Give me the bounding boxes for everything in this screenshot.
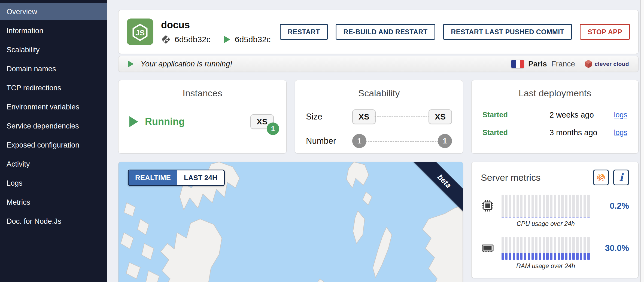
usage-bar	[520, 195, 523, 217]
tab-realtime[interactable]: REALTIME	[129, 170, 177, 185]
usage-bar	[531, 195, 534, 217]
usage-bar	[505, 195, 508, 217]
instance-running-play-icon	[129, 116, 139, 127]
sidebar-item-activity[interactable]: Activity	[0, 156, 107, 173]
usage-bar	[587, 237, 590, 260]
number-label: Number	[306, 136, 352, 146]
usage-bar	[569, 195, 571, 217]
server-metrics-card: Server metrics	[471, 162, 639, 278]
tab-last-24h[interactable]: LAST 24H	[177, 170, 224, 185]
cpu-icon	[481, 199, 494, 213]
sidebar-item-metrics[interactable]: Metrics	[0, 194, 107, 211]
rebuild-and-restart-button[interactable]: RE-BUILD AND RESTART	[336, 24, 436, 40]
grafana-icon	[596, 173, 606, 182]
usage-bar	[524, 237, 526, 260]
deployment-status: Started	[482, 128, 537, 137]
usage-bar	[513, 195, 515, 217]
sidebar-item-information[interactable]: Information	[0, 22, 107, 39]
git-commit-icon	[161, 35, 171, 44]
deployment-time: 3 months ago	[537, 128, 614, 137]
usage-bar	[584, 195, 586, 217]
scalability-card: Scalability Size XS XS Number 1 1	[295, 80, 463, 154]
usage-bar	[543, 237, 545, 260]
info-button[interactable]: i	[613, 170, 629, 185]
clever-cloud-gem-icon	[584, 60, 593, 68]
size-to-chip[interactable]: XS	[429, 109, 452, 124]
deployment-logs-link[interactable]: logs	[614, 111, 627, 119]
france-flag-icon	[511, 60, 524, 68]
instance-state: Running	[129, 116, 185, 127]
usage-bar	[531, 237, 534, 260]
usage-bar	[554, 195, 556, 217]
cpu-metric-row: CPU usage over 24h 0.2%	[481, 195, 629, 228]
sidebar-item-logs[interactable]: Logs	[0, 175, 107, 192]
sidebar-item-doc-for-nodejs[interactable]: Doc. for Node.Js	[0, 213, 107, 230]
usage-bar	[561, 195, 564, 217]
usage-bar	[554, 237, 556, 260]
deployment-time: 2 weeks ago	[537, 111, 614, 119]
sidebar-item-overview[interactable]: Overview	[0, 3, 107, 20]
ram-bars-chart	[502, 237, 590, 260]
sidebar-item-domain-names[interactable]: Domain names	[0, 60, 107, 77]
running-commit-play-icon	[224, 36, 231, 43]
usage-bar	[535, 237, 537, 260]
usage-bar	[572, 237, 575, 260]
instances-card: Instances Running XS 1	[118, 80, 287, 154]
usage-bar	[565, 195, 567, 217]
page-scrollbar[interactable]	[640, 0, 644, 282]
scalability-title: Scalability	[295, 88, 463, 99]
restart-last-pushed-commit-button[interactable]: RESTART LAST PUSHED COMMIT	[443, 24, 572, 40]
size-from-chip[interactable]: XS	[352, 109, 376, 124]
instance-count-badge: 1	[267, 122, 279, 135]
clever-cloud-logo: clever cloud	[584, 60, 629, 68]
running-commit-hash: 6d5db32c	[235, 35, 271, 44]
instances-map-card: REALTIME LAST 24H beta	[118, 162, 463, 282]
usage-bar	[539, 237, 541, 260]
usage-bar	[517, 237, 519, 260]
usage-bar	[576, 237, 579, 260]
usage-bar	[502, 237, 504, 260]
number-to-handle[interactable]: 1	[438, 134, 452, 148]
usage-bar	[584, 237, 586, 260]
cpu-bars-chart	[502, 195, 590, 217]
number-from-handle[interactable]: 1	[352, 134, 366, 148]
cpu-caption: CPU usage over 24h	[502, 220, 590, 228]
info-icon: i	[619, 172, 623, 183]
usage-bar	[550, 237, 552, 260]
stop-app-button[interactable]: STOP APP	[580, 24, 630, 40]
number-range-connector	[365, 141, 439, 142]
main-area: JS docus 6d5db32c 6d5db32c	[107, 0, 644, 282]
deployment-row: Started 2 weeks ago logs	[472, 111, 638, 119]
usage-bar	[558, 237, 560, 260]
usage-bar	[587, 195, 590, 217]
usage-bar	[558, 195, 560, 217]
sidebar-item-environment-variables[interactable]: Environment variables	[0, 99, 107, 115]
usage-bar	[543, 195, 545, 217]
deployment-logs-link[interactable]: logs	[614, 128, 627, 137]
usage-bar	[580, 195, 582, 217]
svg-text:JS: JS	[135, 29, 145, 37]
usage-bar	[539, 195, 541, 217]
usage-bar	[561, 237, 564, 260]
restart-button[interactable]: RESTART	[280, 24, 328, 40]
usage-bar	[502, 195, 504, 217]
deployment-row: Started 3 months ago logs	[472, 128, 638, 137]
sidebar: Overview Information Scalability Domain …	[0, 0, 107, 282]
region-city: Paris	[528, 60, 547, 68]
grafana-button[interactable]	[593, 170, 609, 185]
sidebar-item-service-dependencies[interactable]: Service dependencies	[0, 118, 107, 134]
sidebar-item-exposed-configuration[interactable]: Exposed configuration	[0, 137, 107, 154]
usage-bar	[565, 237, 567, 260]
ram-metric-row: RAM usage over 24h 30.0%	[481, 237, 629, 270]
sidebar-item-scalability[interactable]: Scalability	[0, 41, 107, 58]
usage-bar	[546, 195, 549, 217]
usage-bar	[546, 237, 549, 260]
instances-title: Instances	[119, 88, 286, 99]
app-header-card: JS docus 6d5db32c 6d5db32c	[118, 10, 639, 54]
usage-bar	[576, 195, 579, 217]
deployment-status: Started	[482, 111, 537, 119]
usage-bar	[580, 237, 582, 260]
usage-bar	[569, 237, 571, 260]
usage-bar	[509, 195, 511, 217]
sidebar-item-tcp-redirections[interactable]: TCP redirections	[0, 79, 107, 96]
